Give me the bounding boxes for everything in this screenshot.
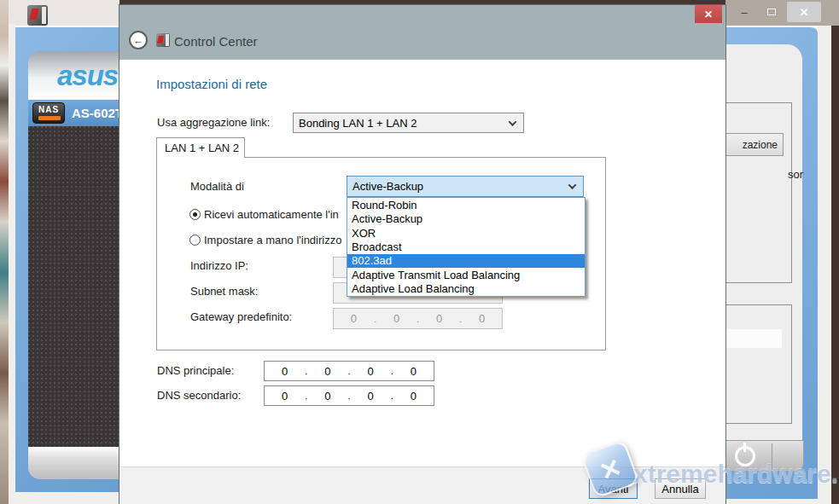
radio-manual-ip-label[interactable]: Impostare a mano l'indirizzo [204,234,341,246]
octet-dot: . [347,366,350,376]
octet-dot: . [391,366,393,376]
chevron-down-icon [568,181,577,189]
nas-model-label: AS-602T [72,106,119,120]
bg-groupbox-bottom [722,304,792,424]
octet: 0 [479,312,485,325]
octet-dot: . [391,391,393,401]
octet-dot: . [305,366,307,376]
octet: 0 [368,390,374,403]
screenshot-root: – ✕ zazione sor asus NAS AS-602T ← [0,0,839,504]
dialog-titlebar: ← Control Center ✕ [119,5,725,60]
bg-window-right-frame [818,26,831,504]
close-icon: ✕ [800,6,809,19]
dropdown-option-adaptive-transmit[interactable]: Adaptive Transmit Load Balancing [347,268,585,281]
page-title: Impostazioni di rete [156,77,267,91]
nas-badge-slot [38,116,61,120]
cancel-button-label: Annulla [661,483,698,495]
bg-partial-input[interactable] [722,329,782,348]
octet: 0 [411,390,417,403]
gateway-label: Gateway predefinito: [190,310,292,323]
bg-window-close-button[interactable]: ✕ [787,2,821,22]
subnet-mask-label: Subnet mask: [190,285,259,298]
asustor-logo: asus [57,60,118,92]
octet: 0 [282,390,288,403]
app-icon-page [42,7,46,24]
octet: 0 [436,312,442,325]
app-icon-red-mark [29,9,38,20]
minimize-icon: – [741,6,747,19]
taskbar-strip [9,0,119,26]
maximize-button[interactable] [760,3,784,20]
dialog-close-icon: ✕ [704,9,713,20]
dropdown-option-xor[interactable]: XOR [347,226,585,240]
chevron-down-icon [509,118,517,126]
minimize-button[interactable]: – [732,3,756,20]
dns-secondary-field[interactable]: 0.0.0.0 [264,385,434,406]
dropdown-option-round-robin[interactable]: Round-Robin [347,198,585,211]
control-center-icon [156,33,170,47]
octet: 0 [324,390,330,403]
dropdown-option-broadcast[interactable]: Broadcast [347,240,585,253]
bg-window-left-frame [9,24,15,504]
mode-label: Modalità di [190,180,244,193]
radio-auto-ip[interactable] [189,209,201,220]
octet-dot: . [347,391,350,401]
control-center-app-icon[interactable] [27,5,48,26]
back-arrow-icon: ← [133,34,144,47]
ip-address-label: Indirizzo IP: [190,259,248,272]
maximize-icon [767,9,776,15]
tab-label: LAN 1 + LAN 2 [165,142,239,154]
partial-button-zazione[interactable]: zazione [722,133,784,156]
gateway-field: 0.0.0.0 [333,308,503,329]
next-button-label: Avanti [598,483,629,495]
dropdown-option-adaptive-load[interactable]: Adaptive Load Balancing [347,282,585,296]
bonding-mode-dropdown-list: Round-Robin Active-Backup XOR Broadcast … [347,197,586,297]
dns-primary-label: DNS principale: [157,364,234,377]
nas-artwork-header: asus [28,51,119,100]
dns-primary-field[interactable]: 0.0.0.0 [264,361,434,381]
power-icon-bar [743,443,746,452]
aggregation-value: Bonding LAN 1 + LAN 2 [299,117,417,130]
screen-right-edge [831,26,839,504]
power-toolbar [722,440,804,472]
dropdown-option-active-backup[interactable]: Active-Backup [347,211,585,225]
cc-icon-red-mark [157,36,164,43]
next-button[interactable]: Avanti [589,478,638,499]
dialog-footer: Avanti Annulla [119,466,725,504]
bonding-mode-value: Active-Backup [352,180,423,193]
back-button[interactable]: ← [129,31,148,49]
octet-dot: . [305,391,307,401]
tab-lan1-lan2[interactable]: LAN 1 + LAN 2 [156,137,245,158]
nas-device-body [28,126,119,447]
dialog-title: Control Center [174,34,258,49]
aggregation-select[interactable]: Bonding LAN 1 + LAN 2 [293,113,524,133]
bg-window-bottom-frame-left [9,492,119,504]
octet-dot: . [374,314,376,324]
nas-model-row: NAS AS-602T [28,100,119,126]
nas-device-base [28,447,119,479]
octet: 0 [411,365,417,378]
partial-text-sor: sor [765,168,803,181]
octet-dot: . [459,314,462,324]
aggregation-label: Usa aggregazione link: [157,116,270,129]
cc-icon-page [166,34,169,46]
bg-window-blue-panel-left: asus NAS AS-602T [15,26,119,492]
octet: 0 [282,365,288,378]
octet: 0 [393,312,399,325]
power-toolbar-divider [772,443,772,470]
partial-button-label: zazione [743,139,778,151]
desktop-edge-sliver [0,0,9,504]
dropdown-option-8023ad[interactable]: 802.3ad [347,254,585,268]
bg-groupbox-top [722,102,792,283]
octet: 0 [351,312,357,325]
dialog-close-button[interactable]: ✕ [695,5,722,23]
octet: 0 [324,365,330,378]
bonding-mode-select[interactable]: Active-Backup [347,176,584,197]
bg-window-bottom-frame-right [725,499,831,504]
radio-manual-ip[interactable] [189,235,201,246]
cancel-button[interactable]: Annulla [655,478,706,499]
nas-badge-label: NAS [33,105,64,114]
radio-auto-ip-label[interactable]: Ricevi automaticamente l'in [204,208,339,221]
dialog-body: Impostazioni di rete Usa aggregazione li… [119,60,725,466]
octet-dot: . [417,314,419,324]
